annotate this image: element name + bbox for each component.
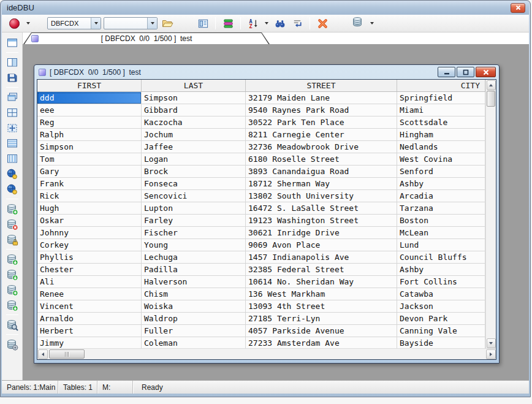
grid-cell[interactable]: Fuller (142, 325, 246, 337)
window-maximize-button[interactable] (457, 67, 474, 77)
grid-cell[interactable]: Fort Collins (397, 276, 485, 288)
grid-cell[interactable]: 10614 No. Sheridan Way (246, 276, 397, 288)
database-lock-button[interactable] (4, 232, 20, 247)
grid-cell[interactable]: Coleman (142, 337, 246, 348)
grid-cell[interactable]: Arcadia (397, 190, 485, 202)
find-button[interactable] (273, 16, 287, 31)
scroll-up-button[interactable] (487, 80, 496, 90)
column-header-street[interactable]: STREET (246, 80, 397, 91)
grid-cell[interactable]: 18712 Sherman Way (246, 178, 397, 190)
open-table-button[interactable] (160, 16, 175, 31)
column-header-city[interactable]: CITY (397, 80, 485, 91)
database-pack-button[interactable] (4, 251, 20, 267)
database-menu-button[interactable] (351, 16, 365, 31)
grid-cell[interactable]: Senford (397, 166, 485, 178)
grid-cell[interactable]: 30621 Inridge Drive (246, 227, 397, 239)
grid-cell[interactable]: Bayside (397, 337, 485, 348)
grid-cell[interactable]: 27233 Amsterdam Ave (246, 337, 397, 348)
close-table-button[interactable] (315, 16, 330, 31)
grid-cell[interactable]: 3893 Canandaigua Road (246, 166, 397, 178)
horizontal-scroll-track[interactable] (85, 349, 485, 359)
vertical-scrollbar[interactable] (485, 80, 496, 348)
grid-cell[interactable]: 32736 Meadowbrook Drive (246, 141, 397, 153)
grid-cell[interactable]: Miami (397, 104, 485, 116)
new-panel-button[interactable] (4, 35, 20, 50)
grid-cell[interactable]: Oskar (37, 215, 142, 227)
window-minimize-button[interactable] (438, 67, 455, 77)
record-sphere-dropdown[interactable] (24, 16, 32, 31)
grid-cell[interactable]: 16472 S. LaSalle Street (246, 202, 397, 215)
grid-cell[interactable]: eee (37, 104, 142, 116)
grid-cell[interactable]: Brock (142, 166, 246, 178)
grid-cell[interactable]: Canning Vale (397, 325, 485, 337)
grid-panel-button[interactable] (4, 105, 20, 120)
grid-cell[interactable]: Vincent (37, 300, 142, 313)
grid-cell[interactable]: Devon Park (397, 313, 485, 325)
column-header-first[interactable]: FIRST (37, 80, 142, 91)
grid-cell[interactable]: Jackson (397, 300, 485, 313)
grid-cell[interactable]: West Covina (397, 153, 485, 166)
grid-cell[interactable]: 9069 Avon Place (246, 239, 397, 251)
app-close-button[interactable] (511, 3, 525, 13)
grid-cell[interactable]: Rick (37, 190, 142, 202)
sphere-lock-a-button[interactable] (4, 166, 20, 181)
grid-cell[interactable]: 9540 Raynes Park Road (246, 104, 397, 116)
grid-cell[interactable]: 27185 Terri-Lyn (246, 313, 397, 325)
window-close-button[interactable] (476, 67, 496, 77)
grid-cell[interactable]: Chism (142, 288, 246, 300)
database-menu-dropdown[interactable] (368, 16, 376, 31)
grid-cell[interactable]: Fischer (142, 227, 246, 239)
grid-cell[interactable]: 8211 Carnegie Center (246, 129, 397, 141)
database-close-button[interactable] (4, 216, 20, 232)
record-sphere-button[interactable] (7, 16, 21, 31)
grid-cell[interactable]: Lund (397, 239, 485, 251)
grid-cell[interactable]: Jochum (142, 129, 246, 141)
column-header-last[interactable]: LAST (142, 80, 246, 91)
database-config-button[interactable] (4, 337, 20, 352)
grid-cell[interactable]: Reg (37, 116, 142, 129)
grid-cell[interactable]: Waldrop (142, 313, 246, 325)
grid-cell-selected[interactable]: ddd (37, 92, 142, 104)
grid-cell[interactable]: 1457 Indianapolis Ave (246, 251, 397, 264)
sort-dropdown[interactable] (263, 16, 270, 31)
grid-cell[interactable]: 13093 4th Street (246, 300, 397, 313)
split-panel-button[interactable] (4, 55, 20, 70)
grid-cell[interactable]: Springfield (397, 92, 485, 104)
grid-cell[interactable]: 136 West Markham (246, 288, 397, 300)
grid-cell[interactable]: McLean (397, 227, 485, 239)
grid-cell[interactable]: Halverson (142, 276, 246, 288)
grid-cell[interactable]: Simpson (37, 141, 142, 153)
grid-cell[interactable]: Logan (142, 153, 246, 166)
rdd-combo[interactable]: DBFCDX (47, 17, 101, 29)
grid-cell[interactable]: Council Bluffs (397, 251, 485, 264)
grid-cell[interactable]: 30522 Park Ten Place (246, 116, 397, 129)
grid-cell[interactable]: Simpson (142, 92, 246, 104)
horizontal-scroll-thumb[interactable] (49, 349, 85, 359)
grid-cell[interactable]: Sencovici (142, 190, 246, 202)
save-button[interactable] (4, 70, 20, 85)
grid-cell[interactable]: Tarzana (397, 202, 485, 215)
grid-cell[interactable]: 32385 Federal Street (246, 264, 397, 276)
vertical-scroll-thumb[interactable] (487, 91, 495, 107)
index-order-button[interactable] (221, 16, 235, 31)
database-search-button[interactable] (4, 317, 20, 332)
grid-cell[interactable]: Hugh (37, 202, 142, 215)
rdd-combo-dropdown[interactable] (91, 18, 101, 29)
table-combo-dropdown[interactable] (147, 18, 157, 29)
grid-cell[interactable]: Chester (37, 264, 142, 276)
scroll-left-button[interactable] (38, 349, 48, 359)
scroll-down-button[interactable] (487, 338, 496, 348)
grid-cell[interactable]: Scottsdale (397, 116, 485, 129)
grid-cell[interactable]: Fonseca (142, 178, 246, 190)
grid-cell[interactable]: Frank (37, 178, 142, 190)
grid-cell[interactable]: Johnny (37, 227, 142, 239)
rows-layout-button[interactable] (4, 135, 20, 151)
grid-cell[interactable]: Ralph (37, 129, 142, 141)
grid-cell[interactable]: 4057 Parkside Avenue (246, 325, 397, 337)
grid-cell[interactable]: 19123 Washington Street (246, 215, 397, 227)
grid-cell[interactable]: Catawba (397, 288, 485, 300)
copy-panel-button[interactable] (4, 90, 20, 105)
grid-cell[interactable]: Woiska (142, 300, 246, 313)
scroll-right-button[interactable] (486, 349, 496, 359)
database-add-button[interactable] (4, 201, 20, 216)
